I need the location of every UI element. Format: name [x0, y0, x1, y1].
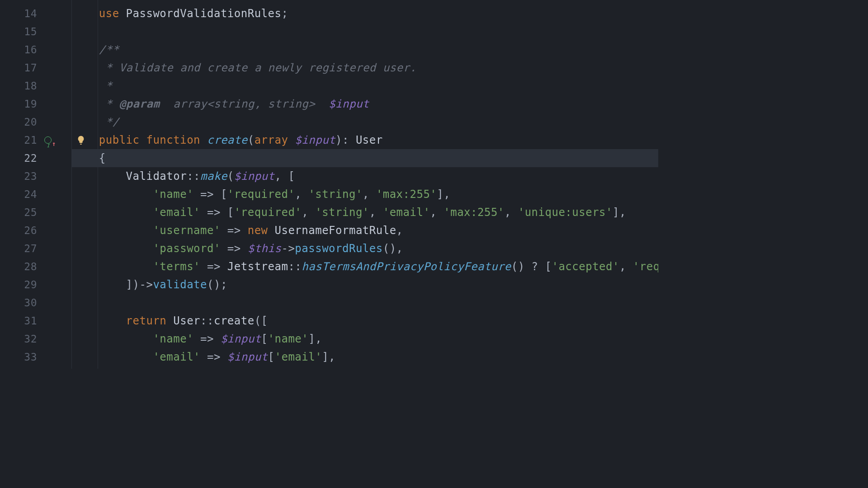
- line-number[interactable]: 15: [0, 23, 71, 41]
- code-token: [: [261, 333, 268, 345]
- line-number[interactable]: 21↑: [0, 131, 71, 149]
- code-line[interactable]: 'password' => $this->passwordRules(),: [72, 239, 658, 258]
- code-line[interactable]: {: [72, 149, 658, 167]
- code-token: ,: [505, 206, 518, 219]
- code-token: :: [342, 134, 356, 146]
- code-token: Jetstream: [227, 260, 288, 273]
- code-token: 'required': [227, 188, 295, 201]
- code-token: ,: [295, 188, 308, 201]
- code-token: 'terms': [153, 260, 200, 273]
- code-token: ,: [396, 224, 403, 237]
- code-token: =>: [221, 242, 248, 255]
- code-token: [72, 333, 153, 345]
- line-number[interactable]: 29: [0, 276, 71, 294]
- code-line[interactable]: ])->validate();: [72, 276, 658, 294]
- code-token: $input: [295, 134, 335, 146]
- code-token: Validator: [126, 170, 187, 183]
- code-token: hasTermsAndPrivacyPolicyFeature: [302, 260, 511, 273]
- code-token: 'string': [308, 188, 363, 201]
- code-token: 'email': [153, 351, 200, 363]
- code-area[interactable]: use PasswordValidationRules; /** * Valid…: [71, 0, 658, 369]
- line-number[interactable]: 28: [0, 258, 71, 276]
- line-number[interactable]: 30: [0, 294, 71, 312]
- code-token: (: [227, 170, 234, 183]
- code-token: =>: [221, 224, 248, 237]
- code-token: 'email': [275, 351, 322, 363]
- line-number[interactable]: 25: [0, 203, 71, 221]
- line-number[interactable]: 17: [0, 59, 71, 77]
- code-line[interactable]: 'name' => ['required', 'string', 'max:25…: [72, 185, 658, 203]
- line-number[interactable]: 32: [0, 330, 71, 348]
- code-token: [288, 134, 295, 146]
- code-token: => [: [200, 206, 234, 219]
- code-token: [268, 224, 275, 237]
- code-line[interactable]: 'email' => ['required', 'string', 'email…: [72, 203, 658, 221]
- line-number[interactable]: 26: [0, 221, 71, 239]
- line-number[interactable]: 14: [0, 5, 71, 23]
- code-token: make: [200, 170, 227, 183]
- code-token: create: [207, 134, 248, 146]
- code-line[interactable]: /**: [72, 41, 658, 59]
- code-line[interactable]: public function create(array $input): Us…: [72, 131, 658, 149]
- code-token: User: [356, 134, 383, 146]
- code-line[interactable]: 'name' => $input['name'],: [72, 330, 658, 348]
- code-token: function: [146, 134, 200, 146]
- code-token: ;: [281, 7, 288, 20]
- code-line[interactable]: */: [72, 113, 658, 131]
- code-token: User: [173, 314, 200, 327]
- code-line[interactable]: 'email' => $input['email'],: [72, 348, 658, 366]
- code-token: ,: [369, 206, 383, 219]
- code-token: create: [214, 314, 255, 327]
- code-token: @param: [119, 98, 160, 110]
- code-token: 'max:255': [376, 188, 437, 201]
- code-token: ])->: [126, 278, 153, 291]
- code-token: 'max:255': [443, 206, 505, 219]
- line-number[interactable]: 19: [0, 95, 71, 113]
- code-line[interactable]: Validator::make($input, [: [72, 167, 658, 185]
- code-line[interactable]: *: [72, 77, 658, 95]
- code-token: [72, 260, 153, 273]
- code-token: ,: [302, 206, 315, 219]
- code-line[interactable]: 'terms' => Jetstream::hasTermsAndPrivacy…: [72, 258, 658, 276]
- line-number[interactable]: 20: [0, 113, 71, 131]
- code-line[interactable]: * Validate and create a newly registered…: [72, 59, 658, 77]
- code-token: return: [126, 314, 167, 327]
- code-token: PasswordValidationRules: [126, 7, 282, 20]
- code-token: $input: [227, 351, 268, 363]
- code-line[interactable]: [72, 23, 658, 41]
- code-line[interactable]: use PasswordValidationRules;: [72, 5, 658, 23]
- code-token: public: [99, 134, 140, 146]
- line-number[interactable]: 16: [0, 41, 71, 59]
- code-token: [72, 224, 153, 237]
- code-token: use: [99, 7, 119, 20]
- code-token: ,: [430, 206, 443, 219]
- code-token: [: [268, 351, 275, 363]
- code-line[interactable]: 'username' => new UsernameFormatRule,: [72, 221, 658, 239]
- line-number[interactable]: 22: [0, 149, 71, 167]
- code-token: =>: [200, 260, 227, 273]
- code-token: [72, 152, 99, 164]
- code-line[interactable]: return User::create([: [72, 312, 658, 330]
- line-number[interactable]: 24: [0, 185, 71, 203]
- code-token: 'name': [153, 188, 193, 201]
- line-number[interactable]: 33: [0, 348, 71, 366]
- code-token: 'required': [234, 206, 302, 219]
- code-token: validate: [153, 278, 207, 291]
- code-token: =>: [200, 351, 227, 363]
- code-token: ->: [281, 242, 295, 255]
- code-line[interactable]: [72, 294, 658, 312]
- gutter: 1415161718192021↑22232425262728293031323…: [0, 0, 71, 369]
- code-token: [72, 314, 126, 327]
- code-token: [72, 188, 153, 201]
- line-number[interactable]: 23: [0, 167, 71, 185]
- line-number[interactable]: 27: [0, 239, 71, 258]
- code-token: [72, 80, 106, 92]
- code-token: array<string, string>: [160, 98, 329, 110]
- intention-bulb-icon[interactable]: [76, 135, 86, 145]
- code-token: passwordRules: [295, 242, 382, 255]
- line-number[interactable]: 18: [0, 77, 71, 95]
- code-token: /**: [99, 43, 119, 56]
- line-number[interactable]: 31: [0, 312, 71, 330]
- code-line[interactable]: * @param array<string, string> $input: [72, 95, 658, 113]
- code-token: [72, 170, 126, 183]
